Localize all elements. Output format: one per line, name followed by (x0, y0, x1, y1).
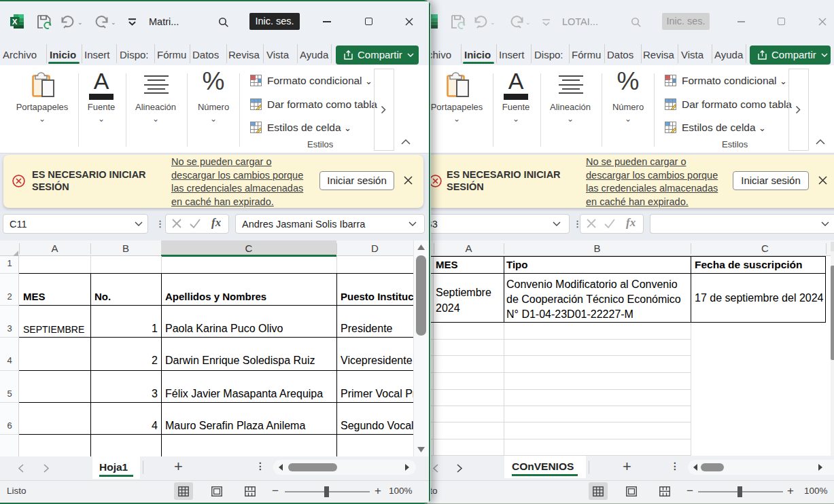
svg-text:X: X (12, 18, 18, 26)
